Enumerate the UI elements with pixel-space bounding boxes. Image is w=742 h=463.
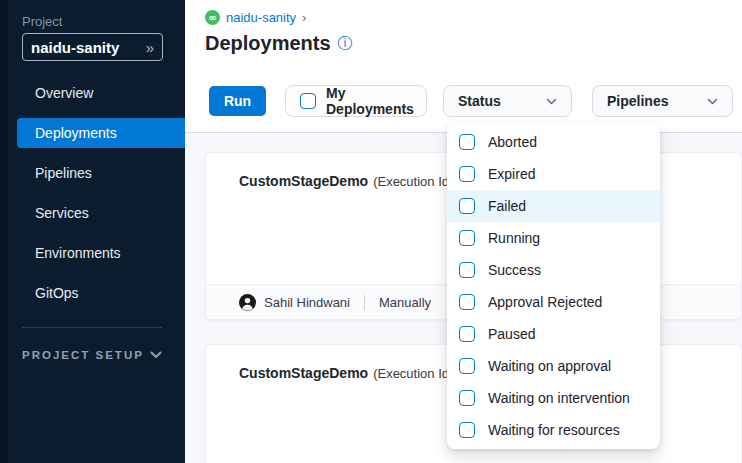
checkbox[interactable]: [459, 294, 475, 310]
checkbox[interactable]: [459, 198, 475, 214]
status-option-label: Waiting on approval: [488, 358, 611, 374]
checkbox[interactable]: [459, 134, 475, 150]
page-title: Deployments: [205, 32, 331, 55]
sidebar-item-label: GitOps: [35, 285, 79, 301]
checkbox[interactable]: [459, 358, 475, 374]
sidebar-item-overview[interactable]: Overview: [17, 78, 185, 108]
status-option-running[interactable]: Running: [447, 222, 660, 254]
run-button[interactable]: Run: [209, 86, 266, 116]
sidebar-item-label: Services: [35, 205, 89, 221]
status-option-label: Running: [488, 230, 540, 246]
checkbox[interactable]: [459, 262, 475, 278]
status-option-label: Aborted: [488, 134, 537, 150]
breadcrumb: ∞ naidu-sanity ›: [205, 10, 306, 25]
sidebar-nav: Overview Deployments Pipelines Services …: [0, 78, 185, 318]
status-option-label: Failed: [488, 198, 526, 214]
status-filter-menu: Aborted Expired Failed Running Success A…: [447, 123, 660, 449]
footer-divider: [364, 295, 365, 310]
sidebar-item-deployments[interactable]: Deployments: [17, 118, 185, 148]
status-option-approval-rejected[interactable]: Approval Rejected: [447, 286, 660, 318]
project-setup-label: PROJECT SETUP: [22, 349, 144, 361]
pipeline-name: CustomStageDemo: [239, 365, 368, 381]
sidebar-item-label: Pipelines: [35, 165, 92, 181]
my-deployments-label: My Deployments: [326, 85, 414, 117]
sidebar-item-pipelines[interactable]: Pipelines: [17, 158, 185, 188]
project-label: Project: [22, 14, 62, 29]
page-title-row: Deployments ⓘ: [205, 32, 353, 55]
sidebar-item-services[interactable]: Services: [17, 198, 185, 228]
sidebar-item-label: Environments: [35, 245, 121, 261]
status-option-waiting-for-resources[interactable]: Waiting for resources: [447, 414, 660, 446]
sidebar-item-gitops[interactable]: GitOps: [17, 278, 185, 308]
my-deployments-checkbox[interactable]: [300, 93, 316, 109]
breadcrumb-project-link[interactable]: naidu-sanity: [226, 10, 296, 25]
chevron-down-icon: [546, 98, 557, 105]
execution-id-text: (Execution Id: [373, 174, 449, 189]
pipeline-name: CustomStageDemo: [239, 173, 368, 189]
status-option-label: Approval Rejected: [488, 294, 602, 310]
status-option-aborted[interactable]: Aborted: [447, 126, 660, 158]
checkbox[interactable]: [459, 390, 475, 406]
status-option-label: Waiting for resources: [488, 422, 620, 438]
status-option-paused[interactable]: Paused: [447, 318, 660, 350]
cd-module-icon: ∞: [205, 10, 220, 25]
project-expand-icon[interactable]: »: [146, 40, 154, 55]
main-content: ∞ naidu-sanity › Deployments ⓘ Run My De…: [185, 0, 742, 463]
checkbox[interactable]: [459, 326, 475, 342]
breadcrumb-chevron-icon: ›: [302, 10, 306, 25]
status-option-expired[interactable]: Expired: [447, 158, 660, 190]
user-avatar-icon: [239, 294, 256, 311]
status-option-success[interactable]: Success: [447, 254, 660, 286]
sidebar-item-environments[interactable]: Environments: [17, 238, 185, 268]
checkbox[interactable]: [459, 422, 475, 438]
pipelines-filter-label: Pipelines: [607, 93, 668, 109]
status-filter-label: Status: [458, 93, 501, 109]
checkbox[interactable]: [459, 166, 475, 182]
status-filter-dropdown[interactable]: Status: [443, 85, 572, 117]
project-sidebar: Project naidu-sanity » Overview Deployme…: [0, 0, 185, 463]
sidebar-divider: [22, 327, 162, 328]
status-option-label: Waiting on intervention: [488, 390, 630, 406]
checkbox[interactable]: [459, 230, 475, 246]
pipelines-filter-dropdown[interactable]: Pipelines: [592, 85, 733, 117]
my-deployments-toggle[interactable]: My Deployments: [285, 85, 427, 117]
status-option-label: Expired: [488, 166, 535, 182]
execution-id-text: (Execution Id: [373, 366, 449, 381]
chevron-down-icon: [150, 351, 162, 359]
chevron-down-icon: [707, 98, 718, 105]
status-option-waiting-on-approval[interactable]: Waiting on approval: [447, 350, 660, 382]
project-selector[interactable]: naidu-sanity »: [22, 33, 163, 61]
status-option-label: Paused: [488, 326, 535, 342]
project-selector-value: naidu-sanity: [31, 39, 146, 56]
status-option-waiting-on-intervention[interactable]: Waiting on intervention: [447, 382, 660, 414]
project-setup-toggle[interactable]: PROJECT SETUP: [22, 349, 162, 361]
info-icon[interactable]: ⓘ: [338, 36, 353, 51]
sidebar-item-label: Deployments: [35, 125, 117, 141]
triggered-by: Sahil Hindwani: [264, 295, 350, 310]
sidebar-item-label: Overview: [35, 85, 93, 101]
trigger-type: Manually: [379, 295, 431, 310]
status-option-failed[interactable]: Failed: [447, 190, 660, 222]
status-option-label: Success: [488, 262, 541, 278]
